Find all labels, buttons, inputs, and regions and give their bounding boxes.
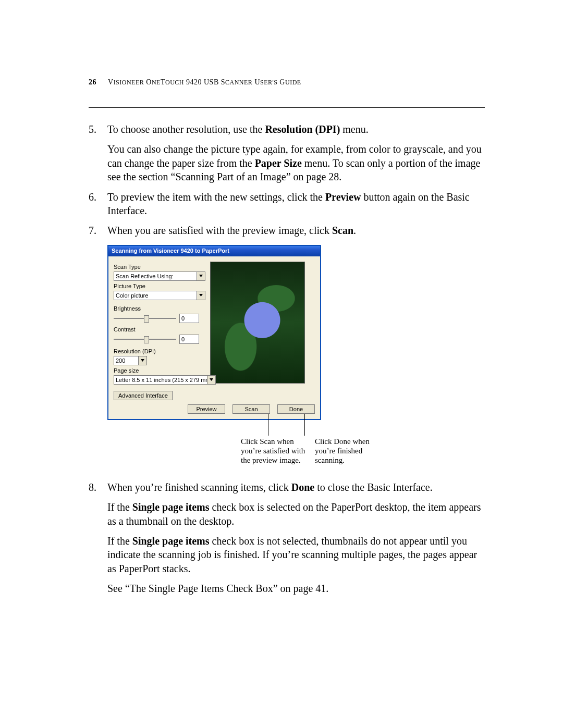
- step-8-line2: If the Single page items check box is se…: [107, 500, 485, 528]
- contrast-label: Contrast: [114, 326, 205, 332]
- picture-type-select[interactable]: Color picture: [114, 291, 205, 300]
- resolution-select[interactable]: 200: [114, 356, 147, 365]
- scan-type-value: Scan Reflective Using:: [116, 273, 174, 279]
- page-size-label: Page size: [114, 367, 205, 374]
- callout-scan-text: Click Scan when you’re satisfied with th…: [241, 437, 314, 465]
- header-rule: [89, 107, 485, 108]
- step-5-line2: You can also change the picture type aga…: [107, 142, 485, 183]
- scanner-dialog-window: Scanning from Visioneer 9420 to PaperPor…: [107, 245, 321, 420]
- step-8-line1: When you’re finished scanning items, cli…: [107, 480, 485, 494]
- step-8-line3: If the Single page items check box is no…: [107, 534, 485, 575]
- resolution-label: Resolution (DPI): [114, 348, 205, 354]
- page-size-select[interactable]: Letter 8.5 x 11 inches (215 x 279 mm): [114, 375, 216, 385]
- resolution-value: 200: [116, 357, 125, 364]
- scan-button[interactable]: Scan: [232, 404, 270, 414]
- advanced-interface-button[interactable]: Advanced Interface: [114, 391, 173, 400]
- step-6: 6. To preview the item with the new sett…: [89, 190, 485, 218]
- scan-type-label: Scan Type: [114, 264, 205, 270]
- step-number: 7.: [89, 224, 96, 237]
- callout-line-scan: [268, 414, 268, 436]
- scan-type-select[interactable]: Scan Reflective Using:: [114, 272, 205, 281]
- picture-type-label: Picture Type: [114, 283, 205, 289]
- step-number: 5.: [89, 122, 96, 136]
- contrast-value-field[interactable]: 0: [179, 335, 199, 344]
- preview-image: [210, 262, 305, 384]
- slider-thumb[interactable]: [144, 336, 149, 343]
- page-number: 26: [89, 78, 96, 86]
- chevron-down-icon: [207, 376, 215, 384]
- brightness-value-field[interactable]: 0: [179, 314, 199, 323]
- doc-title: VISIONEER ONETOUCH 9420 USB SCANNER USER…: [108, 78, 301, 86]
- page-size-value: Letter 8.5 x 11 inches (215 x 279 mm): [116, 377, 212, 383]
- slider-thumb[interactable]: [144, 315, 149, 323]
- figure-callouts: Click Scan when you’re satisfied with th…: [107, 423, 485, 480]
- chevron-down-icon: [197, 272, 205, 280]
- step-5: 5. To choose another resolution, use the…: [89, 122, 485, 184]
- contrast-slider[interactable]: [114, 339, 176, 340]
- callout-line-done: [304, 414, 305, 436]
- scanner-dialog-figure: Scanning from Visioneer 9420 to PaperPor…: [107, 245, 321, 420]
- preview-button[interactable]: Preview: [188, 404, 225, 414]
- running-header: 26 VISIONEER ONETOUCH 9420 USB SCANNER U…: [89, 78, 485, 87]
- step-number: 8.: [89, 480, 96, 494]
- picture-type-value: Color picture: [116, 292, 148, 299]
- step-8-line4: See “The Single Page Items Check Box” on…: [107, 582, 485, 595]
- step-number: 6.: [89, 190, 96, 204]
- brightness-label: Brightness: [114, 305, 205, 312]
- step-5-line1: To choose another resolution, use the Re…: [107, 122, 485, 136]
- done-button[interactable]: Done: [277, 404, 315, 414]
- step-7: 7. When you are satisfied with the previ…: [89, 224, 485, 237]
- dialog-preview-panel: [210, 262, 305, 400]
- dialog-titlebar: Scanning from Visioneer 9420 to PaperPor…: [108, 246, 320, 256]
- chevron-down-icon: [138, 356, 146, 365]
- step-7-line1: When you are satisfied with the preview …: [107, 224, 485, 237]
- callout-done-text: Click Done when you’re finished scanning…: [315, 437, 388, 465]
- chevron-down-icon: [197, 291, 205, 300]
- brightness-slider[interactable]: [114, 318, 176, 319]
- step-6-line1: To preview the item with the new setting…: [107, 190, 485, 218]
- dialog-left-panel: Scan Type Scan Reflective Using: Picture…: [114, 262, 205, 400]
- step-8: 8. When you’re finished scanning items, …: [89, 480, 485, 596]
